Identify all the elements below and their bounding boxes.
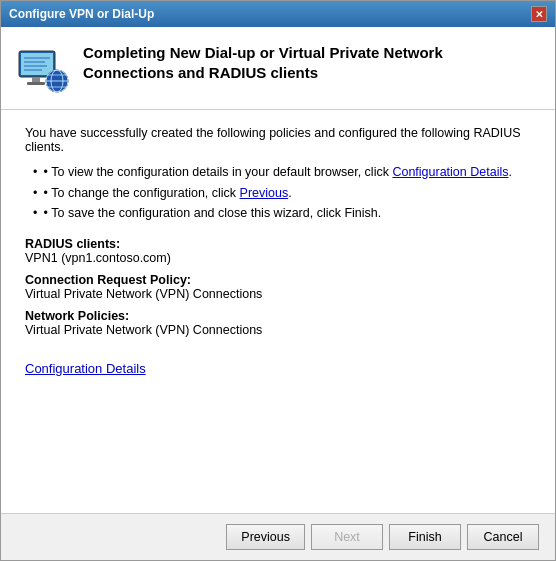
bullet-item-3: • To save the configuration and close th… (33, 205, 531, 223)
svg-rect-6 (32, 77, 40, 82)
bullet-item-2: • To change the configuration, click Pre… (33, 185, 531, 203)
config-details-link[interactable]: Configuration Details (25, 361, 146, 376)
crp-label: Connection Request Policy: (25, 273, 531, 287)
next-button[interactable]: Next (311, 524, 383, 550)
header-section: Completing New Dial-up or Virtual Privat… (1, 27, 555, 110)
bullet-dot-1: • (43, 164, 51, 182)
config-details-link-inline[interactable]: Configuration Details (392, 165, 508, 179)
content-area: You have successfully created the follow… (1, 110, 555, 513)
np-value: Virtual Private Network (VPN) Connection… (25, 323, 531, 337)
window-title: Configure VPN or Dial-Up (9, 7, 154, 21)
radius-value: VPN1 (vpn1.contoso.com) (25, 251, 531, 265)
svg-rect-7 (27, 82, 45, 85)
bullet-text-1: To view the configuration details in you… (51, 164, 512, 182)
crp-value: Virtual Private Network (VPN) Connection… (25, 287, 531, 301)
main-window: Configure VPN or Dial-Up ✕ (0, 0, 556, 561)
title-bar: Configure VPN or Dial-Up ✕ (1, 1, 555, 27)
radius-label: RADIUS clients: (25, 237, 531, 251)
np-label: Network Policies: (25, 309, 531, 323)
bullet-text-3: To save the configuration and close this… (51, 205, 381, 223)
bullet-item-1: • To view the configuration details in y… (33, 164, 531, 182)
cancel-button[interactable]: Cancel (467, 524, 539, 550)
wizard-icon (17, 45, 69, 97)
info-section: RADIUS clients: VPN1 (vpn1.contoso.com) … (25, 237, 531, 337)
footer: Previous Next Finish Cancel (1, 513, 555, 560)
previous-link-inline[interactable]: Previous (240, 186, 289, 200)
intro-text: You have successfully created the follow… (25, 126, 531, 154)
svg-rect-1 (21, 53, 53, 75)
bullet-list: • To view the configuration details in y… (33, 164, 531, 223)
close-button[interactable]: ✕ (531, 6, 547, 22)
bullet-dot-3: • (43, 205, 51, 223)
config-link-section: Configuration Details (25, 361, 531, 376)
finish-button[interactable]: Finish (389, 524, 461, 550)
previous-button[interactable]: Previous (226, 524, 305, 550)
bullet-text-2: To change the configuration, click Previ… (51, 185, 291, 203)
bullet-dot-2: • (43, 185, 51, 203)
title-bar-left: Configure VPN or Dial-Up (9, 7, 154, 21)
header-title: Completing New Dial-up or Virtual Privat… (83, 43, 535, 84)
